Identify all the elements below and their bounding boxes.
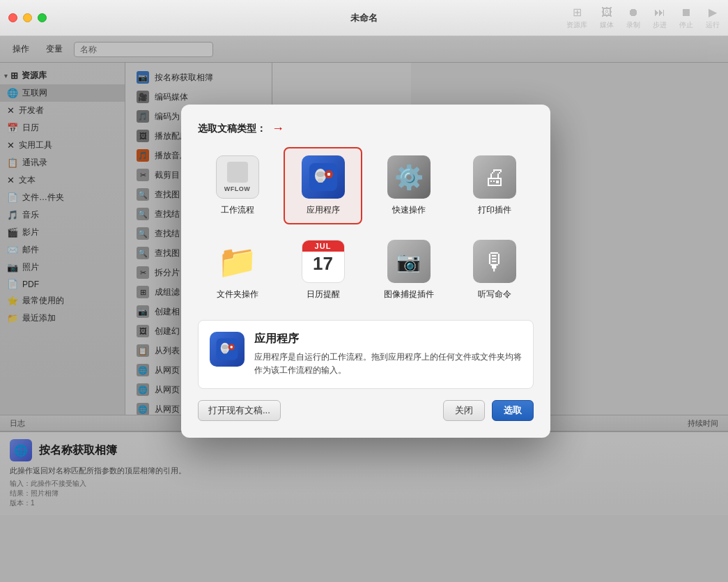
record-label: 录制 [626, 20, 640, 30]
step-icon: ⏭ [654, 6, 665, 19]
desc-content: 应用程序 应用程序是自运行的工作流程。拖到应用程序上的任何文件或文件夹均将作为该… [254, 332, 522, 377]
maximize-button[interactable] [38, 13, 47, 22]
dialog-footer: 打开现有文稿... 关闭 选取 [198, 400, 534, 421]
type-calendar-alarm[interactable]: JUL 17 日历提醒 [284, 231, 362, 309]
run-action[interactable]: ▶ 运行 [706, 6, 720, 30]
media-label: 媒体 [600, 20, 614, 30]
workflow-icon: WFLOW [216, 155, 259, 199]
print-plugin-label: 打印插件 [478, 204, 511, 216]
application-label: 应用程序 [307, 204, 340, 216]
type-dictation[interactable]: 🎙 听写命令 [455, 231, 534, 309]
print-plugin-icon: 🖨 [473, 155, 516, 199]
svg-point-2 [316, 171, 325, 177]
application-icon [302, 155, 345, 199]
record-icon: ⏺ [628, 6, 639, 19]
desc-title: 应用程序 [254, 332, 522, 346]
calendar-alarm-icon: JUL 17 [302, 240, 345, 283]
minimize-button[interactable] [23, 13, 32, 22]
window-title: 未命名 [350, 12, 378, 24]
close-button[interactable]: 关闭 [443, 400, 485, 421]
record-action[interactable]: ⏺ 录制 [626, 6, 640, 30]
type-grid: WFLOW 工作流程 应用程序 ⚙️ [198, 147, 534, 309]
svg-rect-11 [231, 346, 233, 348]
type-print-plugin[interactable]: 🖨 打印插件 [455, 147, 534, 224]
type-workflow[interactable]: WFLOW 工作流程 [198, 147, 277, 224]
run-label: 运行 [706, 20, 720, 30]
type-quick-action[interactable]: ⚙️ 快速操作 [369, 147, 448, 224]
close-button[interactable] [8, 13, 17, 22]
svg-rect-5 [327, 173, 330, 176]
quick-action-label: 快速操作 [392, 204, 426, 216]
type-image-capture[interactable]: 📷 图像捕捉插件 [369, 231, 448, 309]
stop-icon: ⏹ [681, 6, 692, 19]
desc-text: 应用程序是自运行的工作流程。拖到应用程序上的任何文件或文件夹均将作为该工作流程的… [254, 351, 522, 377]
library-icon: ⊞ [573, 6, 582, 19]
stop-label: 停止 [679, 20, 693, 30]
step-action[interactable]: ⏭ 步进 [653, 6, 667, 30]
svg-point-8 [222, 345, 228, 349]
svg-rect-3 [318, 178, 323, 183]
desc-app-icon [210, 332, 245, 367]
file-type-dialog: 选取文稿类型： → WFLOW 工作流程 [181, 105, 550, 438]
run-icon: ▶ [708, 6, 717, 19]
dialog-btn-group: 关闭 选取 [443, 400, 534, 421]
dictation-icon: 🎙 [473, 240, 516, 283]
toolbar-actions: ⊞ 资源库 🖼 媒体 ⏺ 录制 ⏭ 步进 ⏹ 停止 ▶ 运行 [566, 6, 720, 30]
app-svg [308, 162, 339, 192]
step-label: 步进 [653, 20, 667, 30]
dialog-arrow: → [272, 121, 284, 136]
title-bar: 未命名 ⊞ 资源库 🖼 媒体 ⏺ 录制 ⏭ 步进 ⏹ 停止 ▶ 运行 [0, 0, 728, 36]
folder-action-icon: 📁 [216, 240, 259, 283]
svg-rect-9 [223, 351, 227, 354]
workflow-label: 工作流程 [221, 204, 254, 216]
media-icon: 🖼 [601, 6, 612, 19]
traffic-lights [8, 13, 47, 22]
image-capture-label: 图像捕捉插件 [384, 289, 434, 300]
library-action[interactable]: ⊞ 资源库 [566, 6, 587, 30]
library-label: 资源库 [566, 20, 587, 30]
media-action[interactable]: 🖼 媒体 [600, 6, 614, 30]
type-application[interactable]: 应用程序 [284, 147, 362, 224]
calendar-alarm-label: 日历提醒 [307, 289, 340, 300]
type-folder-action[interactable]: 📁 文件夹操作 [198, 231, 277, 309]
open-existing-button[interactable]: 打开现有文稿... [198, 400, 281, 421]
dictation-label: 听写命令 [478, 289, 511, 300]
folder-action-label: 文件夹操作 [217, 289, 258, 300]
stop-action[interactable]: ⏹ 停止 [679, 6, 693, 30]
dialog-title: 选取文稿类型： → [198, 121, 534, 136]
select-button[interactable]: 选取 [492, 400, 534, 421]
image-capture-icon: 📷 [387, 240, 431, 283]
type-description-box: 应用程序 应用程序是自运行的工作流程。拖到应用程序上的任何文件或文件夹均将作为该… [198, 320, 534, 389]
quick-action-icon: ⚙️ [387, 155, 431, 199]
